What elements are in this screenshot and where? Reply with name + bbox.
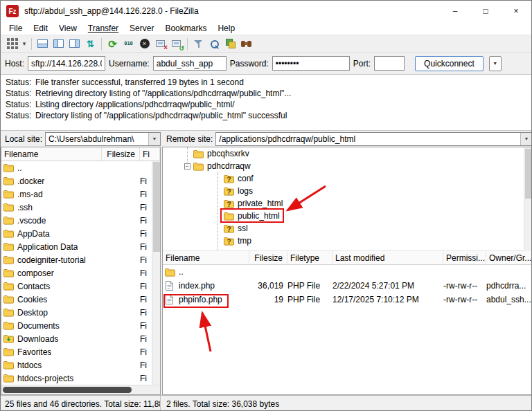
remote-column-header-5[interactable]: Owner/Gr...: [486, 251, 532, 264]
file-name-cell: Downloads: [1, 334, 102, 344]
toggle-transfer-queue-icon[interactable]: ⇅: [82, 36, 98, 51]
remote-column-header-4[interactable]: Permissi...: [443, 251, 486, 264]
folder-download-icon: [3, 334, 15, 344]
remote-file-row[interactable]: ..: [163, 265, 532, 279]
local-file-row[interactable]: AppDataFi: [1, 227, 160, 240]
local-file-row[interactable]: ContactsFi: [1, 280, 160, 293]
disconnect-icon[interactable]: ×: [152, 36, 168, 51]
file-name-cell: Documents: [1, 321, 102, 331]
find-files-icon[interactable]: [206, 36, 222, 51]
folder-question-icon: ?: [224, 248, 235, 251]
local-file-row[interactable]: DesktopFi: [1, 306, 160, 319]
local-vertical-scrollbar[interactable]: [152, 161, 160, 385]
scrollbar-thumb[interactable]: [525, 149, 532, 199]
remote-column-header-1[interactable]: Filesize: [249, 251, 287, 264]
remote-tree: pbcqhsxrkv−pdhcdrraqw?conf?logs?private_…: [163, 147, 532, 251]
filezilla-logo-icon: Fz: [6, 5, 19, 17]
close-button[interactable]: ×: [501, 1, 531, 21]
chevron-down-icon: ▼: [493, 61, 497, 66]
quickconnect-dropdown-button[interactable]: ▼: [489, 56, 502, 71]
scrollbar-thumb[interactable]: [3, 387, 132, 393]
process-queue-icon[interactable]: 010: [121, 36, 136, 51]
status-log[interactable]: Status:File transfer successful, transfe…: [1, 74, 531, 131]
username-input[interactable]: [153, 56, 227, 71]
status-log-line: Status:Directory listing of "/applicatio…: [1, 110, 531, 121]
host-input[interactable]: [28, 56, 105, 71]
local-file-row[interactable]: ..: [1, 161, 160, 174]
menu-item-server[interactable]: Server: [124, 24, 159, 33]
local-file-row[interactable]: composerFi: [1, 266, 160, 280]
local-file-row[interactable]: DocumentsFi: [1, 319, 160, 332]
remote-file-row[interactable]: phpinfo.php19PHP File12/17/2025 7:10:12 …: [163, 293, 532, 307]
toggle-remote-tree-icon[interactable]: [66, 36, 82, 51]
remote-file-row[interactable]: index.php36,019PHP File2/22/2024 5:27:01…: [163, 279, 532, 293]
scrollbar-thumb[interactable]: [153, 162, 160, 252]
toggle-message-log-icon[interactable]: [35, 36, 51, 51]
folder-icon: [3, 216, 15, 226]
local-file-row[interactable]: FavoritesFi: [1, 345, 160, 358]
file-name: composer: [17, 268, 54, 278]
local-file-row[interactable]: .sshFi: [1, 201, 160, 214]
remote-column-header-0[interactable]: Filename: [163, 251, 249, 264]
maximize-button[interactable]: □: [470, 1, 501, 21]
local-site-combobox[interactable]: C:\Users\abdulrehman\ ▼: [45, 132, 161, 146]
remote-column-header-2[interactable]: Filetype: [287, 251, 332, 264]
file-name: codeigniter-tutorial: [17, 255, 86, 265]
filezilla-window: Fz sftp://abdul_ssh_app@144.126.228.0 - …: [0, 0, 532, 411]
port-input[interactable]: [374, 56, 405, 71]
status-log-message: Directory listing of "/applications/pdhc…: [35, 111, 287, 120]
filter-icon[interactable]: [190, 36, 206, 51]
local-file-row[interactable]: .ms-adFi: [1, 188, 160, 201]
file-name: htdocs-projects: [17, 374, 73, 383]
remote-tree-item-pbcqhsxrkv[interactable]: pbcqhsxrkv: [163, 147, 532, 160]
local-column-header-1[interactable]: Filesize: [102, 147, 140, 161]
local-file-row[interactable]: codeigniter-tutorialFi: [1, 253, 160, 266]
file-name-cell: composer: [1, 268, 102, 278]
local-column-header-2[interactable]: Fi: [140, 147, 160, 161]
local-file-row[interactable]: DownloadsFi: [1, 332, 160, 345]
menu-item-edit[interactable]: Edit: [28, 24, 53, 33]
local-file-row[interactable]: Application DataFi: [1, 240, 160, 253]
site-manager-icon[interactable]: [4, 36, 20, 51]
password-input[interactable]: [272, 56, 350, 71]
local-column-header-0[interactable]: Filename: [1, 147, 102, 161]
local-file-row[interactable]: .dockerFi: [1, 174, 160, 188]
file-name-cell: AppData: [1, 229, 102, 239]
remote-tree-item-pdhcdrraqw[interactable]: −pdhcdrraqw: [163, 160, 532, 172]
folder-icon: [3, 374, 15, 383]
menu-item-file[interactable]: File: [3, 24, 28, 33]
folder-question-icon: ?: [224, 199, 235, 208]
local-file-row[interactable]: CookiesFi: [1, 293, 160, 306]
synchronized-browsing-icon[interactable]: [238, 36, 254, 51]
status-log-label: Status:: [1, 89, 35, 98]
reconnect-icon[interactable]: ↺: [168, 36, 184, 51]
minimize-button[interactable]: –: [440, 1, 470, 21]
menu-item-bookmarks[interactable]: Bookmarks: [159, 24, 212, 33]
cancel-icon[interactable]: ×: [136, 36, 152, 51]
site-manager-dropdown-icon[interactable]: ▾: [20, 36, 28, 51]
menu-item-transfer[interactable]: Transfer: [82, 24, 124, 33]
local-horizontal-scrollbar[interactable]: [1, 385, 160, 394]
remote-tree-scrollbar[interactable]: [524, 147, 532, 251]
local-file-row[interactable]: .vscodeFi: [1, 214, 160, 227]
title-bar: Fz sftp://abdul_ssh_app@144.126.228.0 - …: [1, 1, 531, 21]
refresh-icon[interactable]: ⟳: [105, 36, 121, 51]
menu-item-help[interactable]: Help: [212, 24, 240, 33]
username-label: Username:: [109, 59, 150, 68]
toggle-local-tree-icon[interactable]: [51, 36, 66, 51]
file-name: Favorites: [17, 347, 51, 357]
local-file-row[interactable]: htdocsFi: [1, 358, 160, 372]
file-name: .ssh: [17, 203, 33, 212]
menu-item-view[interactable]: View: [53, 24, 82, 33]
toolbar-separator: [101, 38, 102, 50]
directory-comparison-icon[interactable]: [222, 36, 238, 51]
status-log-message: Retrieving directory listing of "/applic…: [35, 89, 291, 98]
remote-site-dropdown-button[interactable]: ▼: [520, 133, 532, 145]
quickconnect-button[interactable]: Quickconnect: [415, 56, 484, 71]
file-name-cell: codeigniter-tutorial: [1, 255, 102, 265]
remote-column-header-3[interactable]: Last modified: [332, 251, 443, 264]
remote-status-text: 2 files. Total size: 36,038 bytes: [161, 396, 531, 411]
local-file-row[interactable]: htdocs-projectsFi: [1, 372, 160, 385]
remote-site-combobox[interactable]: /applications/pdhcdrraqw/public_html ▼: [215, 132, 532, 146]
local-site-dropdown-button[interactable]: ▼: [148, 133, 160, 145]
